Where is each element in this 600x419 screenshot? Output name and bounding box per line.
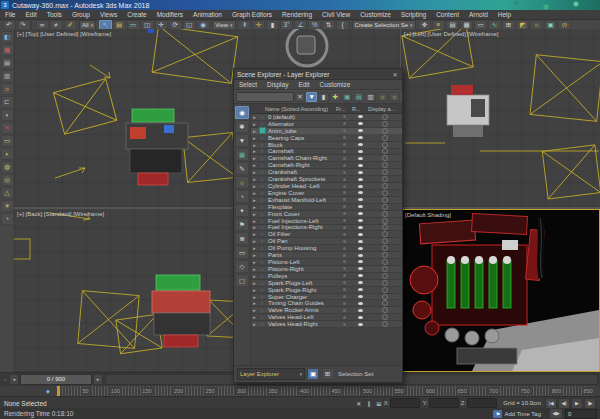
render-production-icon[interactable]: ⊙	[558, 20, 571, 30]
layer-row[interactable]: ▸○Crankshaft	[251, 169, 402, 176]
frozen-toggle[interactable]	[336, 164, 352, 167]
hide-toggle eye-icon[interactable]	[352, 247, 368, 250]
layer-name[interactable]: Cylinder Head -Left	[266, 183, 336, 189]
layer-row[interactable]: ▸Anim_tube	[251, 128, 402, 135]
frozen-toggle[interactable]	[336, 191, 352, 194]
rendered-frame-window-icon[interactable]: ▣	[544, 20, 557, 30]
viewport-back-label[interactable]: [+] [Back] [Standard] [Wireframe]	[17, 211, 104, 217]
hide-toggle eye-icon[interactable]	[352, 122, 368, 125]
frozen-toggle[interactable]	[336, 309, 352, 312]
window-crossing-icon[interactable]: ◫	[141, 20, 154, 30]
select-object-icon[interactable]: ↖	[99, 20, 112, 30]
layer-row[interactable]: ▸○Pistons-Right	[251, 266, 402, 273]
display-toggle[interactable]	[368, 218, 402, 224]
edit-named-selection-sets-icon[interactable]: {	[336, 20, 349, 30]
expand-caret-icon[interactable]: ▸	[251, 266, 258, 272]
expand-caret-icon[interactable]: ▸	[251, 224, 258, 230]
toggle-layer-explorer-icon[interactable]: ▦	[460, 20, 473, 30]
hide-toggle eye-icon[interactable]	[352, 178, 368, 181]
expand-caret-icon[interactable]: ▸	[251, 128, 258, 134]
lock-explorer-icon[interactable]: ▣	[307, 368, 319, 380]
hide-toggle eye-icon[interactable]	[352, 205, 368, 208]
expand-caret-icon[interactable]: ▸	[251, 204, 258, 210]
layer-row[interactable]: ▸○Super Charger	[251, 294, 402, 301]
layer-row[interactable]: ▸○Cylinder Head -Left	[251, 183, 402, 190]
viewport-visual-style-icon[interactable]: ◧	[1, 31, 14, 43]
menu-group[interactable]: Group	[67, 11, 95, 18]
layer-name[interactable]: Super Charger	[266, 294, 336, 300]
hide-toggle eye-icon[interactable]	[352, 226, 368, 229]
create-new-layer-icon[interactable]: ✚	[330, 92, 341, 102]
column-name[interactable]: Name (Sorted Ascending)	[251, 106, 336, 112]
display-toggle[interactable]	[368, 266, 402, 272]
current-frame-field[interactable]: 0	[565, 409, 597, 419]
display-toggle[interactable]	[368, 128, 402, 134]
display-toggle[interactable]	[368, 169, 402, 175]
hide-toggle eye-icon[interactable]	[352, 233, 368, 236]
layer-row[interactable]: ▸○Fuel Injections-Right	[251, 225, 402, 232]
layer-row[interactable]: ▸○Parts	[251, 252, 402, 259]
absolute-offset-mode-icon[interactable]: ⊞	[374, 400, 384, 407]
layer-row[interactable]: ▸○Oil Filter	[251, 231, 402, 238]
layer-row[interactable]: ▸○Crankshaft Sprockets	[251, 176, 402, 183]
layer-row[interactable]: ▸○Bearing Caps	[251, 135, 402, 142]
explorer-menu-display[interactable]: Display	[262, 81, 293, 88]
display-none-icon[interactable]: ✱	[235, 120, 249, 133]
viewport-camera-label[interactable]: [Default Shading]	[405, 212, 451, 218]
schematic-view-icon[interactable]: ⊞	[502, 20, 515, 30]
redo-icon[interactable]: ↷	[17, 20, 30, 30]
frozen-toggle[interactable]	[336, 267, 352, 270]
display-toggle[interactable]	[368, 252, 402, 258]
delete-tool-icon[interactable]: ✕	[1, 122, 14, 134]
hide-toggle eye-icon[interactable]	[352, 240, 368, 243]
hide-toggle eye-icon[interactable]	[352, 267, 368, 270]
expand-caret-icon[interactable]: ▸	[251, 287, 258, 293]
primitive-blob-icon[interactable]: ◍	[1, 161, 14, 173]
app-icon[interactable]: 3	[1, 1, 9, 9]
frozen-toggle[interactable]	[336, 288, 352, 291]
layer-name[interactable]: Spark Plugs-Left	[266, 280, 336, 286]
expand-caret-icon[interactable]: ▸	[251, 162, 258, 168]
render-preview-icon[interactable]: ▦	[1, 44, 14, 56]
scene-explorer-titlebar[interactable]: Scene Explorer - Layer Explorer ✕	[234, 69, 402, 80]
expand-caret-icon[interactable]: ▸	[251, 273, 258, 279]
engine-model-top[interactable]	[126, 109, 188, 185]
frozen-toggle[interactable]	[336, 136, 352, 139]
menu-customize[interactable]: Customize	[355, 11, 396, 18]
make-active-layer-icon[interactable]: ☼	[377, 92, 388, 102]
layout-window-icon[interactable]: ▤	[1, 57, 14, 69]
frozen-toggle[interactable]	[336, 122, 352, 125]
frozen-toggle[interactable]	[336, 247, 352, 250]
display-toggle[interactable]	[368, 197, 402, 203]
toggle-ribbon-icon[interactable]: ▭	[474, 20, 487, 30]
selection-filter-dropdown[interactable]: All▾	[79, 20, 96, 30]
expand-caret-icon[interactable]: ▸	[251, 121, 258, 127]
layer-name[interactable]: Exhaust Manifold-Left	[266, 197, 336, 203]
expand-caret-icon[interactable]: ▸	[251, 245, 258, 251]
previous-frame-arrow[interactable]: ◂	[9, 374, 19, 385]
hide-toggle eye-icon[interactable]	[352, 164, 368, 167]
display-toggle[interactable]	[368, 294, 402, 300]
render-setup-icon[interactable]: ☼	[530, 20, 543, 30]
layer-name[interactable]: Crankshaft	[266, 169, 336, 175]
select-and-scale-icon[interactable]: ◱	[183, 20, 196, 30]
display-toggle[interactable]	[368, 245, 402, 251]
layer-name[interactable]: Flexplate	[266, 204, 336, 210]
layer-row[interactable]: ▸○Alternator	[251, 121, 402, 128]
layer-row[interactable]: ▸○Flexplate	[251, 204, 402, 211]
layer-name[interactable]: Pulleys	[266, 273, 336, 279]
spinner-snap-icon[interactable]: ⇅	[322, 20, 335, 30]
frozen-toggle[interactable]	[336, 240, 352, 243]
hide-toggle eye-icon[interactable]	[352, 302, 368, 305]
layer-name[interactable]: Fuel Injections-Left	[266, 218, 336, 224]
next-frame-arrow[interactable]: ▸	[93, 374, 103, 385]
audio-tool-icon[interactable]: ◖	[1, 109, 14, 121]
hide-toggle eye-icon[interactable]	[352, 309, 368, 312]
layer-name[interactable]: Parts	[266, 252, 336, 258]
isolate-selection-icon[interactable]: ∥	[364, 400, 374, 407]
expand-caret-icon[interactable]: ▸	[251, 280, 258, 286]
layer-name[interactable]: Engine Cover	[266, 190, 336, 196]
layer-row[interactable]: ▸○Exhaust Manifold-Left	[251, 197, 402, 204]
column-frozen[interactable]: Fr...	[336, 106, 352, 112]
bind-to-space-warp-icon[interactable]: ✐	[64, 20, 77, 30]
